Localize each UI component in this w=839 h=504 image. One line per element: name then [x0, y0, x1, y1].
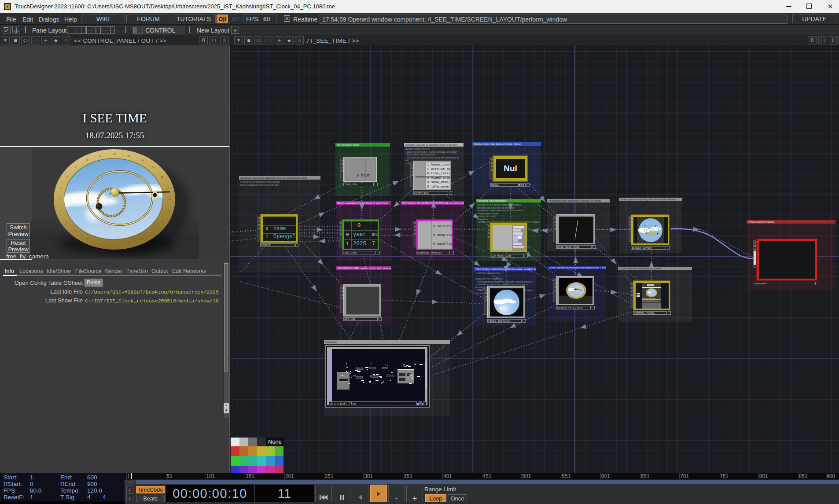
svg-text:15: 15: [152, 166, 155, 169]
svg-text:2: 2: [86, 237, 88, 240]
svg-text:16: 16: [161, 175, 164, 178]
svg-text:19: 19: [166, 210, 169, 213]
svg-text:11: 11: [99, 154, 101, 157]
svg-text:9: 9: [75, 166, 76, 169]
svg-text:20: 20: [161, 221, 164, 224]
svg-text:10: 10: [85, 158, 88, 162]
svg-text:3: 3: [75, 230, 76, 233]
svg-text:17: 17: [166, 186, 169, 189]
svg-text:23: 23: [127, 242, 130, 245]
svg-text:1: 1: [99, 242, 101, 245]
svg-text:18: 18: [168, 198, 171, 201]
svg-text:12: 12: [113, 152, 116, 155]
svg-text:8: 8: [66, 175, 67, 178]
svg-text:5: 5: [61, 210, 62, 213]
svg-text:21: 21: [152, 230, 155, 233]
svg-text:22: 22: [140, 237, 144, 240]
svg-text:13: 13: [127, 154, 130, 157]
svg-text:14: 14: [140, 158, 144, 162]
svg-text:0: 0: [114, 243, 115, 246]
